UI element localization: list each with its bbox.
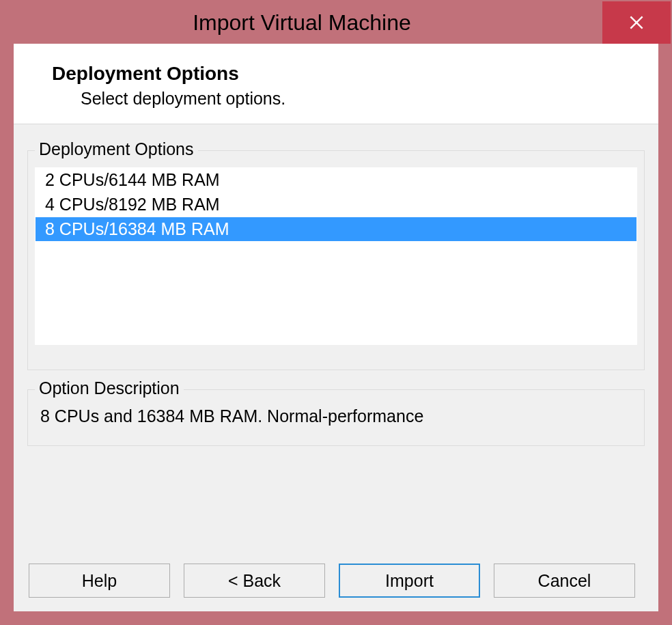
titlebar: Import Virtual Machine — [1, 1, 671, 44]
help-button[interactable]: Help — [29, 564, 170, 598]
page-subtitle: Select deployment options. — [81, 89, 631, 109]
dialog-window: Import Virtual Machine Deployment Option… — [0, 0, 672, 625]
dialog-body: Deployment Options Select deployment opt… — [14, 44, 658, 611]
option-description-legend: Option Description — [35, 378, 184, 398]
close-icon — [628, 14, 645, 31]
close-button[interactable] — [602, 1, 671, 44]
spacer — [27, 465, 645, 539]
cancel-button[interactable]: Cancel — [494, 564, 635, 598]
deployment-options-legend: Deployment Options — [35, 139, 198, 159]
list-item[interactable]: 8 CPUs/16384 MB RAM — [36, 217, 636, 242]
deployment-options-group: Deployment Options 2 CPUs/6144 MB RAM4 C… — [27, 150, 645, 370]
window-title: Import Virtual Machine — [1, 10, 602, 36]
option-description-text: 8 CPUs and 16384 MB RAM. Normal-performa… — [35, 397, 637, 439]
button-row: Help < Back Import Cancel — [27, 558, 645, 602]
header-area: Deployment Options Select deployment opt… — [14, 44, 658, 124]
content-area: Deployment Options 2 CPUs/6144 MB RAM4 C… — [14, 124, 658, 611]
option-description-group: Option Description 8 CPUs and 16384 MB R… — [27, 389, 645, 446]
list-item[interactable]: 4 CPUs/8192 MB RAM — [36, 193, 636, 217]
list-item[interactable]: 2 CPUs/6144 MB RAM — [36, 168, 636, 193]
deployment-options-listbox[interactable]: 2 CPUs/6144 MB RAM4 CPUs/8192 MB RAM8 CP… — [35, 167, 637, 345]
page-title: Deployment Options — [52, 63, 631, 85]
back-button[interactable]: < Back — [184, 564, 325, 598]
import-button[interactable]: Import — [339, 564, 480, 598]
